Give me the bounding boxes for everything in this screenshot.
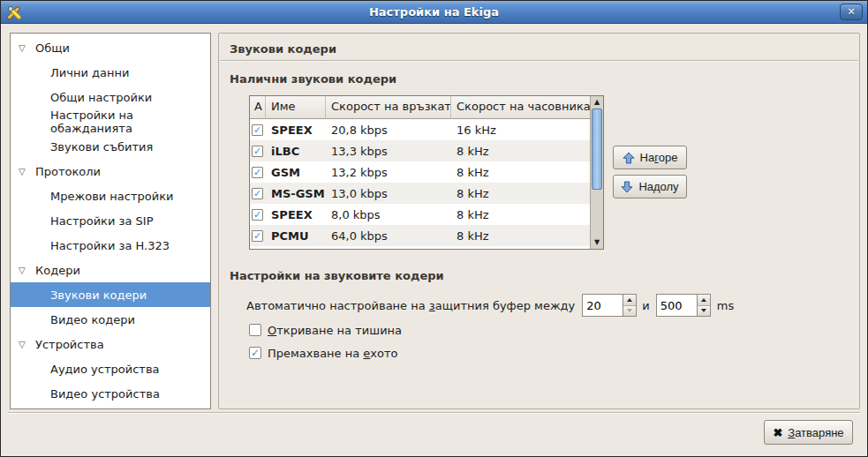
codec-clock-rate: 8 kHz (451, 166, 590, 179)
scroll-up-icon[interactable]: ▲ (591, 96, 603, 109)
move-down-label: Надолу (638, 180, 678, 193)
move-down-button[interactable]: Надолу (613, 175, 687, 199)
codec-name: MS-GSM (266, 187, 326, 200)
close-dialog-label: Затваряне (788, 426, 843, 439)
sidebar-item-9[interactable]: ▽Кодери (11, 258, 210, 282)
jitter-unit-label: ms (717, 299, 734, 312)
sidebar-item-label: Настройки на обажданията (50, 109, 210, 135)
sidebar-item-label: Настройки за SIP (50, 214, 154, 228)
preferences-window: Настройки на Ekiga ✕ ▽ОбщиЛични данниОбщ… (0, 0, 868, 457)
settings-tree: ▽ОбщиЛични данниОбщи настройкиНастройки … (10, 33, 211, 409)
window-title: Настройки на Ekiga (1, 5, 867, 19)
codec-bitrate: 13,2 kbps (326, 166, 451, 179)
close-dialog-button[interactable]: ✖ Затваряне (764, 420, 853, 445)
codec-clock-rate: 8 kHz (451, 208, 590, 221)
codec-name: GSM (266, 166, 326, 179)
sidebar-item-label: Устройства (35, 338, 104, 351)
expander-triangle-icon[interactable]: ▽ (19, 167, 34, 176)
codec-enabled-checkbox[interactable]: ✓ (252, 146, 263, 157)
sidebar-item-11[interactable]: Видео кодери (11, 307, 210, 332)
sidebar-item-label: Общи настройки (50, 91, 152, 104)
main-panel: Звукови кодери Налични звукови кодери AИ… (218, 33, 860, 409)
codec-bitrate: 8,0 kbps (326, 208, 451, 221)
codec-enabled-checkbox[interactable]: ✓ (252, 188, 263, 199)
jitter-min-increment[interactable] (623, 295, 636, 306)
column-header-0[interactable]: A (250, 96, 266, 119)
codec-table: AИмеСкорост на връзкатаСкорост на часовн… (249, 95, 604, 250)
silence-detection-checkbox[interactable] (249, 324, 261, 336)
jitter-buffer-label: Автоматично настройване на защитния буфе… (246, 299, 575, 312)
silence-detection-label: Откриване на тишина (268, 324, 402, 337)
column-header-1[interactable]: Име (266, 96, 326, 119)
expander-triangle-icon[interactable]: ▽ (19, 266, 34, 275)
move-up-button[interactable]: Нагоре (613, 146, 687, 169)
jitter-max-increment[interactable] (698, 295, 710, 306)
jitter-min-input[interactable] (583, 295, 623, 316)
codec-clock-rate: 8 kHz (451, 145, 590, 158)
sidebar-item-10[interactable]: Звукови кодери (11, 282, 210, 307)
codec-row-0[interactable]: ✓SPEEX20,8 kbps16 kHz (250, 119, 590, 140)
codec-name: PCMU (266, 229, 326, 243)
codec-name: SPEEX (266, 124, 326, 137)
sidebar-item-label: Кодери (35, 264, 80, 277)
codec-enabled-checkbox[interactable]: ✓ (252, 167, 263, 178)
codec-enabled-checkbox[interactable]: ✓ (252, 209, 263, 221)
codec-clock-rate: 8 kHz (451, 229, 590, 243)
sidebar-item-label: Мрежови настройки (50, 190, 174, 203)
scroll-down-icon[interactable]: ▼ (591, 236, 603, 249)
sidebar-item-label: Общи (35, 41, 70, 55)
codec-enabled-checkbox[interactable]: ✓ (252, 230, 263, 242)
jitter-max-decrement[interactable] (698, 306, 710, 317)
scrollbar-thumb[interactable] (592, 109, 602, 190)
sidebar-item-13[interactable]: Аудио устройства (11, 356, 210, 381)
sidebar-item-14[interactable]: Видео устройства (11, 381, 210, 406)
column-header-3[interactable]: Скорост на часовника (451, 96, 590, 119)
scrollbar-track[interactable] (591, 109, 603, 236)
codec-name: iLBC (266, 145, 326, 158)
header-separator (220, 60, 858, 62)
codec-clock-rate: 16 kHz (451, 124, 590, 137)
codec-bitrate: 13,0 kbps (326, 187, 451, 200)
sidebar-item-0[interactable]: ▽Общи (11, 35, 210, 60)
codec-bitrate: 20,8 kbps (326, 124, 451, 137)
codec-row-4[interactable]: ✓SPEEX8,0 kbps8 kHz (250, 204, 590, 225)
codec-table-header: AИмеСкорост на връзкатаСкорост на часовн… (250, 96, 590, 119)
close-x-icon: ✖ (773, 426, 782, 439)
expander-triangle-icon[interactable]: ▽ (19, 340, 34, 349)
codec-clock-rate: 8 kHz (451, 187, 590, 200)
sidebar-item-label: Звукови кодери (50, 288, 147, 302)
jitter-and-label: и (642, 299, 649, 312)
silence-detection-option[interactable]: Откриване на тишина (249, 323, 402, 337)
sidebar-item-label: Звукови събития (50, 140, 153, 154)
sidebar-item-5[interactable]: ▽Протоколи (11, 159, 210, 184)
sidebar-item-7[interactable]: Настройки за SIP (11, 208, 210, 233)
codec-settings-section-title: Настройки на звуковите кодери (230, 269, 444, 282)
sidebar-item-1[interactable]: Лични данни (11, 60, 210, 85)
sidebar-item-8[interactable]: Настройки за H.323 (11, 233, 210, 258)
codec-bitrate: 13,3 kbps (326, 145, 451, 158)
close-icon: ✕ (847, 6, 855, 18)
sidebar-item-4[interactable]: Звукови събития (11, 134, 210, 159)
echo-cancellation-option[interactable]: ✓ Премахване на ехото (249, 346, 398, 360)
jitter-max-input[interactable] (657, 295, 697, 316)
sidebar-item-3[interactable]: Настройки на обажданията (11, 109, 210, 134)
sidebar-item-2[interactable]: Общи настройки (11, 85, 210, 109)
move-up-label: Нагоре (640, 151, 678, 164)
jitter-min-decrement[interactable] (623, 306, 636, 317)
echo-cancellation-checkbox[interactable]: ✓ (249, 347, 261, 359)
column-header-2[interactable]: Скорост на връзката (326, 96, 451, 119)
sidebar-item-6[interactable]: Мрежови настройки (11, 184, 210, 208)
table-scrollbar[interactable]: ▲ ▼ (590, 96, 603, 249)
sidebar-item-label: Видео устройства (50, 387, 160, 401)
jitter-max-spinner (656, 294, 711, 317)
codec-row-2[interactable]: ✓GSM13,2 kbps8 kHz (250, 161, 590, 183)
window-close-button[interactable]: ✕ (840, 4, 863, 20)
codec-row-3[interactable]: ✓MS-GSM13,0 kbps8 kHz (250, 183, 590, 204)
codec-enabled-checkbox[interactable]: ✓ (252, 124, 263, 136)
codec-name: SPEEX (266, 208, 326, 221)
expander-triangle-icon[interactable]: ▽ (19, 43, 34, 53)
page-title: Звукови кодери (230, 42, 336, 56)
sidebar-item-12[interactable]: ▽Устройства (11, 332, 210, 356)
codec-row-5[interactable]: ✓PCMU64,0 kbps8 kHz (250, 225, 590, 246)
codec-row-1[interactable]: ✓iLBC13,3 kbps8 kHz (250, 140, 590, 161)
